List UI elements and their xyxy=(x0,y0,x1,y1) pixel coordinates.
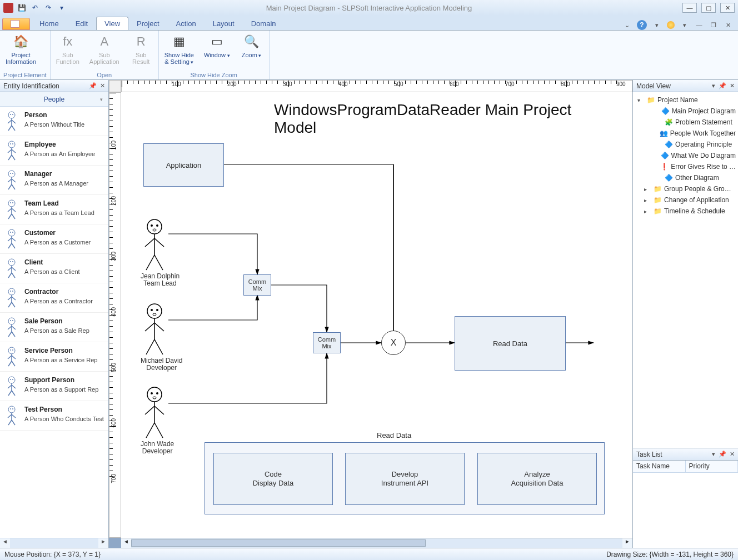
ribbon-window[interactable]: ▭Window xyxy=(202,32,232,60)
minimize-button[interactable]: ― xyxy=(682,3,697,13)
entity-item-team-lead[interactable]: Team LeadA Person as a Team Lead xyxy=(0,195,108,224)
node-x-gate[interactable]: X xyxy=(381,331,406,355)
node-read-data[interactable]: Read Data xyxy=(455,316,566,371)
tree-folder-0[interactable]: ▸📁Group People & Gro… xyxy=(633,183,738,194)
svg-point-108 xyxy=(156,392,158,394)
chevron-down-icon-2[interactable]: ▾ xyxy=(680,21,689,29)
close-icon[interactable]: ✕ xyxy=(730,451,735,458)
panel-close-icon[interactable]: ✕ xyxy=(724,21,732,29)
entity-item-support-person[interactable]: Support PersonA Person as a Support Rep xyxy=(0,372,108,401)
tab-layout[interactable]: Layout xyxy=(205,17,243,30)
entity-desc: A Person as a Sale Rep xyxy=(24,327,89,334)
pin-icon[interactable]: 📌 xyxy=(89,82,97,89)
qat-save-icon[interactable]: 💾 xyxy=(17,3,27,13)
svg-line-30 xyxy=(8,214,12,219)
qat-undo-icon[interactable]: ↶ xyxy=(30,3,40,13)
svg-point-25 xyxy=(10,202,11,203)
svg-line-60 xyxy=(8,326,12,329)
group-read-data[interactable]: Code Display Data Develop Instrument API… xyxy=(205,442,605,514)
tree-item-3[interactable]: 🔷Operating Principle xyxy=(633,139,738,150)
qat-dropdown-icon[interactable]: ▾ xyxy=(57,3,67,13)
help-icon[interactable]: ? xyxy=(637,20,647,30)
close-icon[interactable]: ✕ xyxy=(100,82,105,89)
tab-edit[interactable]: Edit xyxy=(67,17,96,30)
svg-line-96 xyxy=(154,255,163,270)
ribbon-show-hide-&-setting[interactable]: ▦Show Hide& Setting xyxy=(162,32,196,67)
svg-line-7 xyxy=(12,126,15,131)
canvas-hscrollbar[interactable]: ◄► xyxy=(121,538,632,548)
node-commmix-1[interactable]: Comm Mix xyxy=(243,274,271,296)
status-orb-icon[interactable] xyxy=(667,21,675,29)
entity-item-sale-person[interactable]: Sale PersonA Person as a Sale Rep xyxy=(0,313,108,342)
svg-line-71 xyxy=(12,361,15,366)
panel-pos-icon[interactable]: ▾ xyxy=(712,82,715,89)
entity-item-customer[interactable]: CustomerA Person as a Customer xyxy=(0,224,108,254)
canvas-scroll[interactable]: WindowsProgramDataReader Main Project Mo… xyxy=(121,92,632,538)
ribbon-label: Zoom xyxy=(242,52,262,59)
entity-list[interactable]: PersonA Person Without TitleEmployeeA Pe… xyxy=(0,107,108,538)
close-icon[interactable]: ✕ xyxy=(730,82,735,89)
ribbon-zoom[interactable]: 🔍Zoom xyxy=(238,32,266,60)
pin-icon[interactable]: 📌 xyxy=(719,82,726,89)
panel-pos-icon[interactable]: ▾ xyxy=(712,451,715,458)
person-role: Developer xyxy=(142,447,173,455)
tab-view[interactable]: View xyxy=(96,17,128,30)
tab-home[interactable]: Home xyxy=(31,17,67,30)
tree-item-1[interactable]: 🧩Problem Statement xyxy=(633,117,738,128)
close-button[interactable]: ✕ xyxy=(720,3,735,13)
tab-project[interactable]: Project xyxy=(128,17,167,30)
tree-twisty-icon[interactable]: ▾ xyxy=(637,97,644,103)
entity-item-employee[interactable]: EmployeeA Person as An Employee xyxy=(0,136,108,166)
tree-root[interactable]: ▾📁Project Name xyxy=(633,94,738,106)
node-commmix-2[interactable]: Comm Mix xyxy=(313,332,341,353)
svg-line-113 xyxy=(146,423,154,438)
person-john[interactable]: John WadeDeveloper xyxy=(141,387,174,455)
entity-item-manager[interactable]: ManagerA Person as A Manager xyxy=(0,166,108,195)
node-analyze[interactable]: Analyze Acquisition Data xyxy=(477,453,597,505)
svg-point-42 xyxy=(12,261,13,262)
ribbon-options-icon[interactable]: ⌄ xyxy=(622,21,631,29)
tree-item-5[interactable]: ❗Error Gives Rise to … xyxy=(633,161,738,172)
tab-domain[interactable]: Domain xyxy=(243,17,285,30)
chevron-down-icon[interactable]: ▾ xyxy=(652,21,661,29)
qat-redo-icon[interactable]: ↷ xyxy=(43,3,53,13)
entity-item-test-person[interactable]: Test PersonA Person Who Conducts Test xyxy=(0,401,108,431)
col-taskname[interactable]: Task Name xyxy=(633,461,686,472)
tree-item-2[interactable]: 👥People Work Together xyxy=(633,128,738,139)
tree-twisty-icon[interactable]: ▸ xyxy=(644,197,651,203)
tree-node-icon: 🔷 xyxy=(661,151,669,160)
entity-item-client[interactable]: ClientA Person as a Client xyxy=(0,254,108,283)
entity-hscroll[interactable]: ◄► xyxy=(0,538,108,548)
tree-item-4[interactable]: 🔷What We Do Diagram xyxy=(633,150,738,161)
tree-twisty-icon[interactable]: ▸ xyxy=(644,186,651,192)
panel-restore-icon[interactable]: ❐ xyxy=(709,21,718,29)
person-jean[interactable]: Jean DolphinTeam Lead xyxy=(141,219,179,287)
tree-twisty-icon[interactable]: ▸ xyxy=(644,208,651,214)
node-code[interactable]: Code Display Data xyxy=(213,453,333,505)
ribbon-project-information[interactable]: 🏠ProjectInformation xyxy=(3,32,38,66)
file-tab[interactable] xyxy=(2,18,30,30)
pin-icon[interactable]: 📌 xyxy=(719,451,726,458)
ribbon-icon: ▭ xyxy=(208,33,226,51)
node-application[interactable]: Application xyxy=(143,143,224,187)
tab-action[interactable]: Action xyxy=(168,17,205,30)
svg-line-46 xyxy=(8,273,12,278)
panel-minimize-icon[interactable]: ― xyxy=(695,21,704,29)
entity-desc: A Person as An Employee xyxy=(24,151,95,157)
maximize-button[interactable]: ▢ xyxy=(701,3,716,13)
modelview-title: Model View xyxy=(636,82,671,90)
model-view-tree[interactable]: ▾📁Project Name🔷Main Project Diagram🧩Prob… xyxy=(633,92,738,448)
tree-folder-1[interactable]: ▸📁Change of Application xyxy=(633,194,738,206)
person-michael[interactable]: Michael DavidDeveloper xyxy=(141,303,182,372)
entity-item-contractor[interactable]: ContractorA Person as a Contractor xyxy=(0,283,108,313)
canvas-surface[interactable]: WindowsProgramDataReader Main Project Mo… xyxy=(121,92,632,538)
entity-item-service-person[interactable]: Service PersonA Person as a Service Rep xyxy=(0,342,108,372)
tree-folder-2[interactable]: ▸📁Timeline & Schedule xyxy=(633,206,738,217)
entity-category-select[interactable]: People xyxy=(0,92,108,107)
node-develop[interactable]: Develop Instrument API xyxy=(345,453,465,505)
entity-item-person[interactable]: PersonA Person Without Title xyxy=(0,107,108,136)
tree-item-0[interactable]: 🔷Main Project Diagram xyxy=(633,106,738,117)
col-priority[interactable]: Priority xyxy=(686,461,739,472)
tree-item-6[interactable]: 🔷Other Diagram xyxy=(633,172,738,183)
svg-point-40 xyxy=(8,259,15,266)
